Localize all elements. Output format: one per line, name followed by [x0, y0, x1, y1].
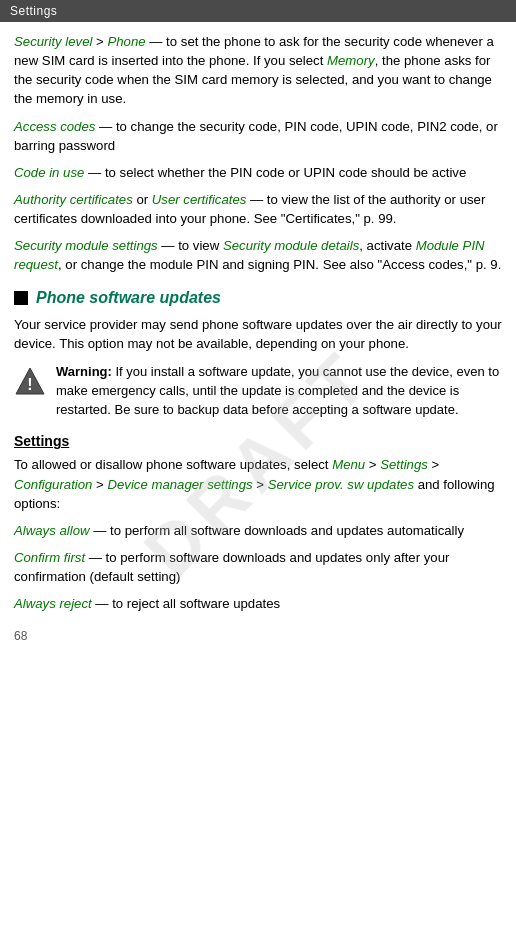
- page-header: Settings: [0, 0, 516, 22]
- security-level-link: Security level: [14, 34, 92, 49]
- settings-subheading: Settings: [14, 433, 502, 449]
- security-module-settings-link: Security module settings: [14, 238, 158, 253]
- phone-link: Phone: [107, 34, 145, 49]
- arrow2: >: [365, 457, 380, 472]
- access-codes-link: Access codes: [14, 119, 95, 134]
- warning-text: Warning: If you install a software updat…: [56, 363, 502, 420]
- user-certificates-link: User certificates: [152, 192, 247, 207]
- para-confirm-first: Confirm first — to perform software down…: [14, 548, 502, 586]
- menu-link: Menu: [332, 457, 365, 472]
- svg-text:!: !: [27, 376, 32, 393]
- phone-software-body: Your service provider may send phone sof…: [14, 315, 502, 353]
- always-reject-text: — to reject all software updates: [92, 596, 280, 611]
- settings-link: Settings: [380, 457, 428, 472]
- para-code-in-use: Code in use — to select whether the PIN …: [14, 163, 502, 182]
- settings-body-text: To allowed or disallow phone software up…: [14, 457, 332, 472]
- para-always-allow: Always allow — to perform all software d…: [14, 521, 502, 540]
- code-in-use-text: — to select whether the PIN code or UPIN…: [84, 165, 466, 180]
- warning-box: ! Warning: If you install a software upd…: [14, 363, 502, 420]
- para-security-module: Security module settings — to view Secur…: [14, 236, 502, 274]
- arrow3: >: [428, 457, 439, 472]
- device-manager-link: Device manager settings: [107, 477, 252, 492]
- section-heading-text: Phone software updates: [36, 289, 221, 307]
- authority-certificates-link: Authority certificates: [14, 192, 133, 207]
- arrow4: >: [92, 477, 107, 492]
- always-allow-label: Always allow: [14, 523, 90, 538]
- settings-body-para: To allowed or disallow phone software up…: [14, 455, 502, 512]
- memory-link: Memory: [327, 53, 375, 68]
- always-allow-text: — to perform all software downloads and …: [90, 523, 465, 538]
- para-security-level: Security level > Phone — to set the phon…: [14, 32, 502, 109]
- sec-mod-text1: — to view: [158, 238, 223, 253]
- page-content: Security level > Phone — to set the phon…: [0, 22, 516, 663]
- service-prov-link: Service prov. sw updates: [268, 477, 414, 492]
- configuration-link: Configuration: [14, 477, 92, 492]
- security-module-details-link: Security module details: [223, 238, 359, 253]
- section-square-icon: [14, 291, 28, 305]
- warning-label: Warning:: [56, 364, 112, 379]
- para-access-codes: Access codes — to change the security co…: [14, 117, 502, 155]
- or-text: or: [133, 192, 152, 207]
- page-number: 68: [14, 629, 502, 643]
- sec-mod-text2: , activate: [359, 238, 415, 253]
- header-label: Settings: [10, 4, 57, 18]
- warning-body: If you install a software update, you ca…: [56, 364, 499, 417]
- para-authority-certs: Authority certificates or User certifica…: [14, 190, 502, 228]
- arrow5: >: [253, 477, 268, 492]
- section-heading-phone-software: Phone software updates: [14, 289, 502, 307]
- sec-mod-text3: , or change the module PIN and signing P…: [58, 257, 501, 272]
- warning-icon: !: [14, 365, 46, 397]
- always-reject-label: Always reject: [14, 596, 92, 611]
- confirm-first-label: Confirm first: [14, 550, 85, 565]
- arrow1: >: [92, 34, 107, 49]
- para-always-reject: Always reject — to reject all software u…: [14, 594, 502, 613]
- code-in-use-link: Code in use: [14, 165, 84, 180]
